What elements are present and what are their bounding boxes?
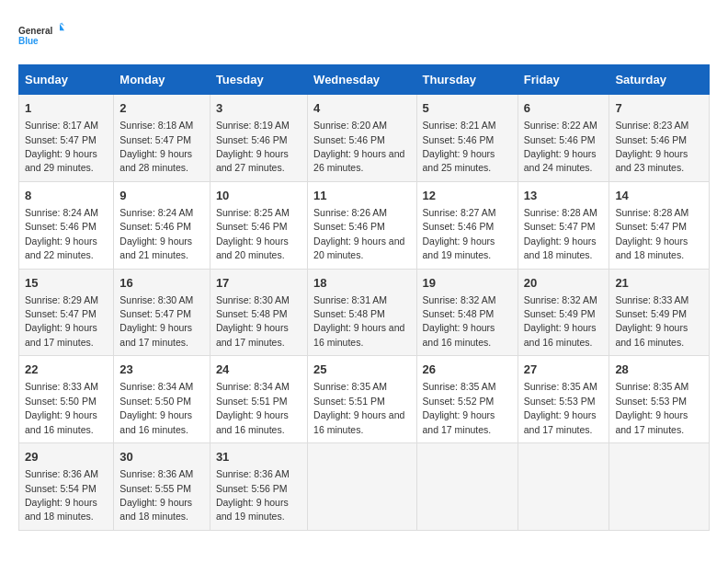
calendar-week-4: 22 Sunrise: 8:33 AM Sunset: 5:50 PM Dayl… (19, 356, 710, 443)
day-number: 31 (216, 449, 301, 465)
daylight-text: Daylight: 9 hours and 29 minutes. (25, 148, 97, 173)
calendar-cell: 26 Sunrise: 8:35 AM Sunset: 5:52 PM Dayl… (416, 356, 518, 443)
calendar-cell: 17 Sunrise: 8:30 AM Sunset: 5:48 PM Dayl… (210, 269, 307, 356)
day-number: 3 (216, 100, 301, 117)
day-number: 23 (119, 362, 204, 378)
calendar-table: SundayMondayTuesdayWednesdayThursdayFrid… (18, 64, 710, 531)
calendar-cell: 22 Sunrise: 8:33 AM Sunset: 5:50 PM Dayl… (19, 356, 114, 443)
day-number: 17 (216, 275, 301, 292)
sunset-text: Sunset: 5:50 PM (119, 396, 191, 407)
daylight-text: Daylight: 9 hours and 19 minutes. (423, 236, 495, 260)
sunset-text: Sunset: 5:50 PM (25, 396, 97, 407)
calendar-cell: 6 Sunrise: 8:22 AM Sunset: 5:46 PM Dayli… (518, 95, 609, 182)
daylight-text: Daylight: 9 hours and 18 minutes. (615, 236, 688, 260)
day-number: 27 (524, 362, 604, 378)
calendar-cell: 21 Sunrise: 8:33 AM Sunset: 5:49 PM Dayl… (609, 269, 710, 356)
calendar-cell: 28 Sunrise: 8:35 AM Sunset: 5:53 PM Dayl… (609, 356, 710, 443)
sunset-text: Sunset: 5:47 PM (25, 134, 97, 145)
header-day-saturday: Saturday (609, 65, 710, 95)
daylight-text: Daylight: 9 hours and 22 minutes. (25, 236, 97, 260)
calendar-cell: 11 Sunrise: 8:26 AM Sunset: 5:46 PM Dayl… (308, 181, 416, 269)
daylight-text: Daylight: 9 hours and 16 minutes. (216, 409, 289, 434)
calendar-week-1: 1 Sunrise: 8:17 AM Sunset: 5:47 PM Dayli… (19, 95, 710, 182)
calendar-week-5: 29 Sunrise: 8:36 AM Sunset: 5:54 PM Dayl… (19, 443, 710, 531)
daylight-text: Daylight: 9 hours and 17 minutes. (423, 409, 495, 434)
daylight-text: Daylight: 9 hours and 20 minutes. (216, 236, 289, 260)
calendar-cell (416, 443, 518, 531)
logo: General Blue (18, 18, 64, 55)
calendar-cell (308, 443, 416, 531)
daylight-text: Daylight: 9 hours and 16 minutes. (423, 322, 495, 347)
daylight-text: Daylight: 9 hours and 16 minutes. (615, 322, 688, 347)
sunrise-text: Sunrise: 8:36 AM (119, 468, 193, 479)
calendar-cell: 14 Sunrise: 8:28 AM Sunset: 5:47 PM Dayl… (609, 181, 710, 269)
sunset-text: Sunset: 5:47 PM (615, 221, 687, 232)
header-day-monday: Monday (114, 65, 210, 95)
sunset-text: Sunset: 5:53 PM (615, 396, 687, 407)
sunrise-text: Sunrise: 8:35 AM (524, 381, 597, 392)
sunset-text: Sunset: 5:46 PM (25, 221, 97, 232)
day-number: 14 (615, 188, 703, 204)
header-row: SundayMondayTuesdayWednesdayThursdayFrid… (19, 65, 710, 95)
sunset-text: Sunset: 5:46 PM (216, 134, 288, 145)
day-number: 2 (119, 100, 204, 117)
day-number: 18 (313, 275, 410, 292)
sunrise-text: Sunrise: 8:27 AM (423, 207, 496, 218)
day-number: 30 (119, 449, 204, 465)
calendar-cell: 25 Sunrise: 8:35 AM Sunset: 5:51 PM Dayl… (308, 356, 416, 443)
sunrise-text: Sunrise: 8:24 AM (119, 207, 193, 218)
daylight-text: Daylight: 9 hours and 18 minutes. (25, 497, 97, 522)
sunrise-text: Sunrise: 8:20 AM (313, 120, 387, 131)
daylight-text: Daylight: 9 hours and 24 minutes. (524, 148, 597, 173)
sunset-text: Sunset: 5:46 PM (524, 134, 596, 145)
day-number: 24 (216, 362, 301, 378)
sunset-text: Sunset: 5:48 PM (216, 308, 288, 319)
sunset-text: Sunset: 5:46 PM (216, 221, 288, 232)
daylight-text: Daylight: 9 hours and 17 minutes. (119, 322, 192, 347)
sunrise-text: Sunrise: 8:18 AM (119, 120, 193, 131)
sunset-text: Sunset: 5:47 PM (119, 308, 191, 319)
sunset-text: Sunset: 5:49 PM (615, 308, 687, 319)
sunrise-text: Sunrise: 8:32 AM (524, 294, 597, 305)
day-number: 9 (119, 188, 204, 204)
calendar-cell (609, 443, 710, 531)
daylight-text: Daylight: 9 hours and 18 minutes. (119, 497, 192, 522)
day-number: 6 (524, 100, 604, 117)
daylight-text: Daylight: 9 hours and 17 minutes. (216, 322, 289, 347)
sunset-text: Sunset: 5:55 PM (119, 483, 191, 494)
calendar-cell: 27 Sunrise: 8:35 AM Sunset: 5:53 PM Dayl… (518, 356, 609, 443)
header-day-thursday: Thursday (416, 65, 518, 95)
sunrise-text: Sunrise: 8:17 AM (25, 120, 98, 131)
svg-text:Blue: Blue (18, 36, 39, 46)
sunrise-text: Sunrise: 8:25 AM (216, 207, 290, 218)
day-number: 20 (524, 275, 604, 292)
daylight-text: Daylight: 9 hours and 17 minutes. (25, 322, 97, 347)
calendar-cell: 24 Sunrise: 8:34 AM Sunset: 5:51 PM Dayl… (210, 356, 307, 443)
daylight-text: Daylight: 9 hours and 20 minutes. (313, 236, 404, 260)
day-number: 12 (423, 188, 512, 204)
sunrise-text: Sunrise: 8:35 AM (313, 381, 387, 392)
daylight-text: Daylight: 9 hours and 23 minutes. (615, 148, 688, 173)
sunset-text: Sunset: 5:46 PM (313, 221, 385, 232)
day-number: 5 (423, 100, 512, 117)
daylight-text: Daylight: 9 hours and 17 minutes. (615, 409, 688, 434)
daylight-text: Daylight: 9 hours and 16 minutes. (119, 409, 192, 434)
calendar-cell: 8 Sunrise: 8:24 AM Sunset: 5:46 PM Dayli… (19, 181, 114, 269)
header-day-wednesday: Wednesday (308, 65, 416, 95)
daylight-text: Daylight: 9 hours and 16 minutes. (524, 322, 597, 347)
day-number: 16 (119, 275, 204, 292)
calendar-cell: 9 Sunrise: 8:24 AM Sunset: 5:46 PM Dayli… (114, 181, 210, 269)
calendar-cell: 4 Sunrise: 8:20 AM Sunset: 5:46 PM Dayli… (308, 95, 416, 182)
day-number: 8 (25, 188, 108, 204)
sunset-text: Sunset: 5:46 PM (423, 221, 495, 232)
logo-svg: General Blue (18, 18, 64, 55)
calendar-cell: 30 Sunrise: 8:36 AM Sunset: 5:55 PM Dayl… (114, 443, 210, 531)
daylight-text: Daylight: 9 hours and 21 minutes. (119, 236, 192, 260)
calendar-cell: 3 Sunrise: 8:19 AM Sunset: 5:46 PM Dayli… (210, 95, 307, 182)
calendar-cell: 15 Sunrise: 8:29 AM Sunset: 5:47 PM Dayl… (19, 269, 114, 356)
sunrise-text: Sunrise: 8:32 AM (423, 294, 496, 305)
calendar-cell: 2 Sunrise: 8:18 AM Sunset: 5:47 PM Dayli… (114, 95, 210, 182)
day-number: 7 (615, 100, 703, 117)
sunrise-text: Sunrise: 8:24 AM (25, 207, 98, 218)
calendar-cell: 31 Sunrise: 8:36 AM Sunset: 5:56 PM Dayl… (210, 443, 307, 531)
